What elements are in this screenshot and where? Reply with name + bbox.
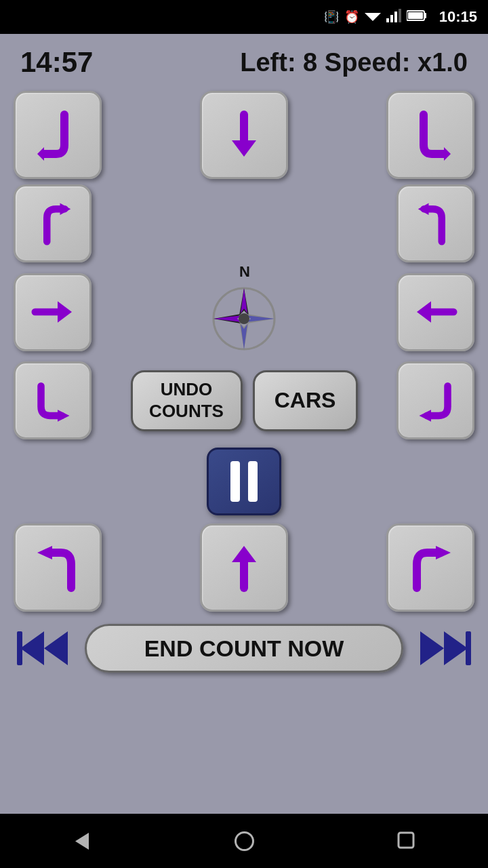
row-2 <box>14 184 474 262</box>
row-1 <box>14 91 474 179</box>
home-button[interactable] <box>224 821 264 861</box>
grid-area: N <box>14 91 474 810</box>
direction-btn-up-right-left[interactable] <box>14 184 92 262</box>
svg-rect-1 <box>386 18 389 22</box>
svg-marker-36 <box>44 631 68 665</box>
cars-button[interactable]: CARS <box>253 370 358 431</box>
pause-icon <box>230 461 258 502</box>
svg-rect-7 <box>408 12 423 19</box>
svg-rect-43 <box>399 833 413 848</box>
status-icons: 📳 ⏰ 10:15 <box>324 8 477 26</box>
svg-text:N: N <box>239 264 250 280</box>
svg-point-26 <box>239 313 249 324</box>
svg-marker-0 <box>365 13 381 21</box>
direction-btn-curve-right[interactable] <box>14 361 92 439</box>
direction-btn-bottom-right[interactable] <box>386 524 474 612</box>
svg-marker-38 <box>420 631 444 665</box>
row-6 <box>14 524 474 612</box>
svg-marker-41 <box>75 833 89 850</box>
status-time: 10:15 <box>439 8 477 26</box>
compass: N <box>200 268 288 356</box>
svg-rect-6 <box>424 13 426 18</box>
fast-forward-button[interactable] <box>413 624 474 673</box>
direction-btn-right[interactable] <box>14 273 92 351</box>
direction-btn-down-left[interactable] <box>14 91 102 179</box>
svg-marker-35 <box>20 631 44 665</box>
svg-marker-8 <box>37 147 44 161</box>
svg-marker-13 <box>418 203 428 215</box>
svg-rect-4 <box>399 9 401 22</box>
status-bar: 📳 ⏰ 10:15 <box>0 0 488 34</box>
vibrate-icon: 📳 <box>324 9 339 24</box>
direction-btn-up[interactable] <box>200 524 288 612</box>
direction-btn-left[interactable] <box>396 273 474 351</box>
timer-display: 14:57 <box>20 46 93 79</box>
pause-bar-left <box>230 461 240 502</box>
center-action-zone: UNDOCOUNTS CARS <box>131 370 358 431</box>
direction-btn-curve-left[interactable] <box>396 361 474 439</box>
svg-marker-28 <box>417 301 431 323</box>
back-button[interactable] <box>61 821 102 861</box>
rewind-button[interactable] <box>14 624 75 673</box>
wifi-icon <box>365 9 381 26</box>
svg-marker-29 <box>58 410 70 422</box>
direction-btn-bottom-left[interactable] <box>14 524 102 612</box>
row-3: N <box>14 268 474 356</box>
svg-rect-37 <box>17 631 22 665</box>
svg-rect-3 <box>394 12 397 22</box>
svg-marker-30 <box>419 410 431 422</box>
row-5 <box>14 448 474 515</box>
direction-btn-down[interactable] <box>200 91 288 179</box>
svg-rect-2 <box>390 15 393 22</box>
svg-rect-40 <box>466 631 471 665</box>
svg-marker-34 <box>436 546 451 559</box>
bottom-controls: END COUNT NOW <box>14 617 474 676</box>
battery-icon <box>407 9 427 25</box>
undo-counts-button[interactable]: UNDOCOUNTS <box>131 370 243 431</box>
svg-marker-31 <box>37 546 52 559</box>
row-4: UNDOCOUNTS CARS <box>14 361 474 439</box>
direction-btn-up-left-right[interactable] <box>396 184 474 262</box>
header-info: 14:57 Left: 8 Speed: x1.0 <box>14 41 474 84</box>
signal-icon <box>386 9 401 26</box>
recents-button[interactable] <box>386 821 427 861</box>
svg-marker-11 <box>444 147 451 161</box>
svg-marker-33 <box>232 546 256 562</box>
svg-marker-39 <box>444 631 468 665</box>
svg-point-42 <box>235 832 253 850</box>
android-nav-bar <box>0 814 488 868</box>
svg-marker-15 <box>58 301 72 323</box>
svg-marker-10 <box>232 140 256 157</box>
alarm-icon: ⏰ <box>344 9 359 24</box>
stats-display: Left: 8 Speed: x1.0 <box>240 48 468 77</box>
main-area: 14:57 Left: 8 Speed: x1.0 <box>0 34 488 814</box>
pause-bar-right <box>248 461 258 502</box>
svg-marker-12 <box>60 203 70 215</box>
pause-button[interactable] <box>207 448 281 515</box>
end-count-now-button[interactable]: END COUNT NOW <box>85 624 403 673</box>
direction-btn-down-right[interactable] <box>386 91 474 179</box>
